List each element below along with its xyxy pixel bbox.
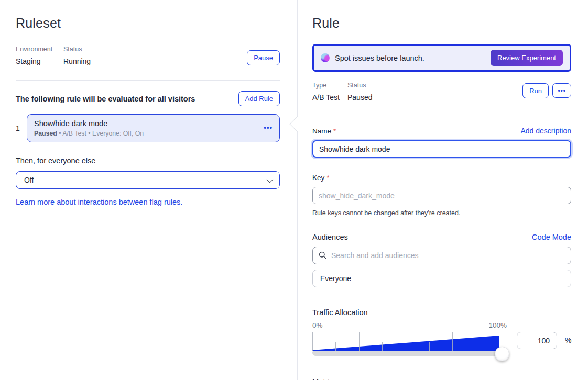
- required-asterisk: *: [326, 174, 329, 182]
- traffic-max-label: 100%: [488, 321, 507, 329]
- ruleset-title: Ruleset: [16, 16, 280, 31]
- audience-search: [312, 247, 571, 264]
- tick-mark: [382, 342, 383, 351]
- review-banner: Spot issues before launch. Review Experi…: [312, 44, 571, 72]
- rule-card-subtitle: Paused • A/B Test • Everyone: Off, On: [34, 130, 258, 137]
- default-variation-value: Off: [24, 176, 34, 184]
- rule-card-title: Show/hide dark mode: [34, 119, 258, 128]
- banner-message: Spot issues before launch.: [335, 54, 485, 62]
- type-value: A/B Test: [312, 93, 347, 102]
- type-label: Type: [312, 82, 347, 89]
- traffic-slider[interactable]: [312, 331, 507, 356]
- rule-card-status: Paused: [34, 130, 57, 137]
- required-asterisk: *: [333, 127, 336, 135]
- rules-heading: The following rule will be evaluated for…: [16, 95, 195, 103]
- tick-mark: [335, 342, 336, 351]
- ruleset-panel: Ruleset Environment Staging Status Runni…: [0, 0, 298, 380]
- environment-value: Staging: [16, 57, 63, 65]
- tick-mark: [359, 332, 360, 351]
- app-window: Ruleset Environment Staging Status Runni…: [0, 0, 588, 380]
- default-variation-dropdown[interactable]: Off: [16, 171, 280, 189]
- rule-index: 1: [16, 124, 20, 132]
- rule-card-summary: Everyone: Off, On: [92, 130, 144, 137]
- audience-item-everyone[interactable]: Everyone: [312, 270, 571, 287]
- ruleset-status-value: Running: [63, 57, 91, 65]
- key-input[interactable]: [312, 187, 571, 204]
- add-rule-button[interactable]: Add Rule: [238, 91, 280, 106]
- traffic-slider-track: [312, 351, 505, 356]
- rule-title: Rule: [312, 16, 571, 31]
- rule-more-options-icon[interactable]: •••: [264, 124, 273, 131]
- code-mode-link[interactable]: Code Mode: [532, 233, 571, 241]
- rule-list-row: 1 Show/hide dark mode Paused • A/B Test …: [16, 114, 280, 142]
- tick-mark: [429, 342, 430, 351]
- more-options-button[interactable]: •••: [552, 83, 571, 98]
- sparkle-orb-icon: [321, 53, 330, 62]
- learn-more-link[interactable]: Learn more about interactions between fl…: [16, 198, 182, 206]
- search-icon: [319, 251, 326, 259]
- rule-detail-panel: Rule Spot issues before launch. Review E…: [298, 0, 588, 380]
- audience-item-label: Everyone: [320, 274, 351, 283]
- pause-button[interactable]: Pause: [247, 50, 280, 65]
- add-description-link[interactable]: Add description: [520, 127, 571, 135]
- ruleset-divider: [16, 80, 280, 81]
- ruleset-status-label: Status: [63, 46, 91, 53]
- then-label: Then, for everyone else: [16, 157, 280, 165]
- rule-card-type: A/B Test: [62, 130, 86, 137]
- tick-mark: [452, 332, 453, 351]
- name-input[interactable]: [312, 140, 571, 158]
- chevron-down-icon: [267, 176, 274, 183]
- key-label: Key: [312, 174, 324, 182]
- rule-divider: [312, 115, 571, 115]
- type-field: Type A/B Test: [312, 82, 347, 102]
- key-help-text: Rule keys cannot be changed after they'r…: [312, 209, 571, 217]
- traffic-slider-handle[interactable]: [495, 347, 509, 361]
- name-label: Name: [312, 127, 331, 135]
- run-button[interactable]: Run: [522, 83, 549, 98]
- traffic-min-label: 0%: [312, 321, 323, 329]
- name-label-group: Name*: [312, 126, 336, 136]
- environment-field: Environment Staging: [16, 46, 63, 65]
- rule-status-field: Status Paused: [347, 82, 372, 102]
- traffic-allocation-widget: 0% 100% %: [312, 321, 571, 360]
- tick-mark: [406, 332, 406, 351]
- ruleset-status-field: Status Running: [63, 46, 91, 65]
- rule-card-selected[interactable]: Show/hide dark mode Paused • A/B Test • …: [27, 114, 280, 142]
- percent-unit-label: %: [565, 336, 571, 344]
- rule-status-value: Paused: [347, 93, 372, 102]
- key-label-group: Key*: [312, 173, 330, 182]
- environment-label: Environment: [16, 46, 63, 53]
- tick-mark: [312, 332, 313, 351]
- rule-status-label: Status: [347, 82, 372, 89]
- ruleset-meta: Environment Staging Status Running: [16, 46, 280, 65]
- audiences-label: Audiences: [312, 233, 348, 241]
- metrics-section-label: Metrics: [312, 378, 571, 380]
- review-experiment-button[interactable]: Review Experiment: [491, 50, 563, 66]
- traffic-allocation-label: Traffic Allocation: [312, 308, 571, 317]
- separator-dot: •: [59, 130, 61, 137]
- audience-search-input[interactable]: [312, 247, 571, 264]
- traffic-percent-input[interactable]: [517, 332, 557, 349]
- tick-mark: [476, 342, 476, 351]
- separator-dot: •: [88, 130, 90, 137]
